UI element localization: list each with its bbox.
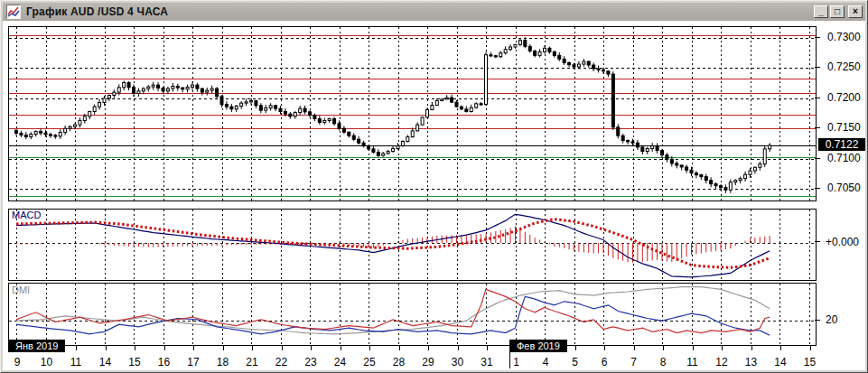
date-label: 18: [217, 356, 229, 368]
date-label: 9: [14, 356, 21, 368]
chart-content-area: MACD DMI 0.73000.72500.72000.71500.71000…: [3, 21, 865, 370]
date-tick: [252, 345, 253, 350]
chart-icon: [6, 5, 21, 19]
date-label: 30: [452, 356, 463, 368]
date-label: 15: [804, 356, 816, 368]
date-label: 28: [393, 356, 405, 368]
date-tick: [751, 345, 752, 350]
date-tick: [810, 345, 811, 350]
date-label: 29: [422, 356, 434, 368]
date-label: 13: [745, 356, 757, 368]
price-axis-tick: [815, 188, 820, 189]
date-label: 15: [128, 356, 140, 368]
macd-panel[interactable]: [8, 209, 817, 281]
date-label: 24: [334, 356, 346, 368]
date-tick: [369, 345, 370, 350]
date-label: 14: [774, 356, 786, 368]
date-tick: [634, 345, 635, 350]
current-price-badge: 0.7122: [818, 138, 865, 151]
date-label: 22: [275, 356, 287, 368]
indicator-axis-tick: [815, 241, 820, 242]
date-label: 21: [246, 356, 257, 368]
date-tick: [135, 345, 135, 350]
price-axis-tick: [815, 37, 820, 38]
date-tick: [487, 345, 488, 350]
price-chart-panel[interactable]: [8, 26, 817, 201]
date-tick: [722, 345, 723, 350]
month-label-jan: Янв 2019: [8, 340, 65, 352]
dmi-label: DMI: [12, 284, 30, 295]
minimize-button[interactable]: _: [814, 5, 828, 18]
date-tick: [780, 345, 781, 350]
date-tick: [399, 345, 400, 350]
date-tick: [76, 345, 77, 350]
date-tick: [282, 345, 283, 350]
macd-zero-label: +0.000: [826, 236, 859, 248]
date-label: 31: [481, 356, 492, 368]
maximize-button[interactable]: □: [830, 5, 845, 18]
price-axis-label: 0.7300: [827, 31, 861, 43]
price-axis-label: 0.7050: [827, 182, 861, 194]
date-label: 16: [158, 356, 170, 368]
price-axis-label: 0.7150: [827, 121, 861, 134]
date-tick: [458, 345, 459, 350]
date-label: 14: [99, 356, 111, 368]
date-label: 5: [572, 356, 578, 368]
date-tick: [663, 345, 664, 350]
date-label: 23: [304, 356, 316, 368]
date-tick: [428, 345, 429, 350]
macd-label: MACD: [12, 210, 41, 220]
date-tick: [575, 345, 576, 350]
window-title: График AUD /USD 4 ЧАСА: [26, 5, 168, 18]
price-axis-tick: [815, 67, 820, 68]
date-tick: [311, 345, 312, 350]
date-tick: [341, 345, 341, 350]
date-label: 7: [630, 356, 637, 368]
date-label: 11: [70, 356, 81, 368]
price-axis-tick: [815, 158, 820, 159]
close-button[interactable]: ×: [848, 5, 863, 18]
indicator-axis-tick: [815, 320, 820, 321]
chart-window: График AUD /USD 4 ЧАСА _ □ × MACD DMI 0.…: [0, 0, 868, 373]
price-axis-label: 0.7250: [827, 61, 861, 73]
date-tick: [193, 345, 194, 350]
dmi-level-label: 20: [826, 313, 837, 326]
date-label: 25: [363, 356, 375, 368]
macd-canvas[interactable]: [9, 210, 816, 280]
date-label: 4: [543, 356, 549, 368]
date-tick: [223, 345, 224, 350]
date-tick: [106, 345, 107, 350]
price-axis-tick: [815, 127, 820, 128]
month-label-feb: Фев 2019: [509, 340, 567, 352]
title-bar[interactable]: График AUD /USD 4 ЧАСА _ □ ×: [3, 3, 865, 21]
date-tick: [604, 345, 605, 350]
dmi-panel[interactable]: [8, 283, 817, 346]
date-label: 17: [187, 356, 199, 368]
date-label: 8: [660, 356, 667, 368]
dmi-canvas[interactable]: [9, 284, 816, 345]
date-tick: [164, 345, 165, 350]
price-chart-canvas[interactable]: [9, 27, 816, 200]
price-axis-label: 0.7100: [827, 152, 861, 164]
date-label: 6: [602, 356, 608, 368]
date-label: 10: [41, 356, 52, 368]
price-axis-label: 0.7200: [827, 91, 861, 104]
date-tick: [693, 345, 694, 350]
date-label: 11: [686, 356, 697, 368]
date-label: 1: [513, 356, 519, 368]
date-label: 12: [715, 356, 727, 368]
price-axis-tick: [815, 98, 820, 98]
